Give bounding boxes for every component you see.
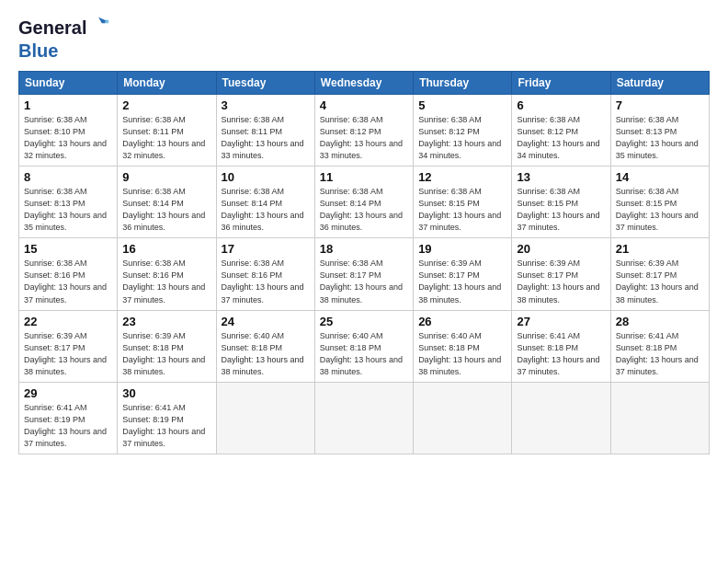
day-number: 12 (418, 170, 506, 184)
day-info: Sunrise: 6:38 AM Sunset: 8:12 PM Dayligh… (320, 115, 403, 160)
day-info: Sunrise: 6:39 AM Sunset: 8:18 PM Dayligh… (122, 331, 205, 376)
logo: GeneralBlue (18, 15, 112, 62)
day-info: Sunrise: 6:40 AM Sunset: 8:18 PM Dayligh… (418, 331, 501, 376)
day-info: Sunrise: 6:38 AM Sunset: 8:16 PM Dayligh… (122, 259, 205, 304)
calendar-header-row: SundayMondayTuesdayWednesdayThursdayFrid… (19, 72, 710, 95)
day-number: 15 (24, 242, 112, 256)
day-info: Sunrise: 6:38 AM Sunset: 8:16 PM Dayligh… (24, 259, 107, 304)
day-number: 9 (122, 170, 210, 184)
calendar-cell: 4Sunrise: 6:38 AM Sunset: 8:12 PM Daylig… (314, 95, 413, 167)
day-info: Sunrise: 6:38 AM Sunset: 8:11 PM Dayligh… (122, 115, 205, 160)
calendar-table: SundayMondayTuesdayWednesdayThursdayFrid… (18, 71, 710, 454)
day-info: Sunrise: 6:38 AM Sunset: 8:14 PM Dayligh… (122, 187, 205, 232)
calendar-cell: 8Sunrise: 6:38 AM Sunset: 8:13 PM Daylig… (19, 167, 118, 238)
day-info: Sunrise: 6:38 AM Sunset: 8:14 PM Dayligh… (320, 187, 403, 232)
calendar-cell: 16Sunrise: 6:38 AM Sunset: 8:16 PM Dayli… (118, 238, 216, 310)
calendar-cell: 22Sunrise: 6:39 AM Sunset: 8:17 PM Dayli… (19, 310, 118, 382)
day-number: 26 (418, 315, 506, 328)
calendar-cell: 12Sunrise: 6:38 AM Sunset: 8:15 PM Dayli… (414, 167, 512, 238)
calendar-cell: 14Sunrise: 6:38 AM Sunset: 8:15 PM Dayli… (610, 167, 709, 238)
day-info: Sunrise: 6:40 AM Sunset: 8:18 PM Dayligh… (222, 331, 304, 376)
calendar-header-tuesday: Tuesday (216, 72, 314, 95)
calendar-cell (414, 382, 512, 454)
day-info: Sunrise: 6:38 AM Sunset: 8:16 PM Dayligh… (222, 259, 304, 304)
calendar-cell (512, 382, 610, 454)
day-info: Sunrise: 6:39 AM Sunset: 8:17 PM Dayligh… (24, 331, 107, 376)
logo-general-text: General (18, 17, 86, 39)
day-info: Sunrise: 6:39 AM Sunset: 8:17 PM Dayligh… (616, 259, 699, 304)
day-number: 13 (517, 170, 605, 184)
calendar-cell: 11Sunrise: 6:38 AM Sunset: 8:14 PM Dayli… (314, 167, 413, 238)
day-number: 18 (320, 242, 408, 256)
day-info: Sunrise: 6:40 AM Sunset: 8:18 PM Dayligh… (320, 331, 403, 376)
page: GeneralBlue SundayMondayTuesdayWednesday… (0, 0, 728, 563)
day-info: Sunrise: 6:38 AM Sunset: 8:15 PM Dayligh… (616, 187, 699, 232)
day-info: Sunrise: 6:38 AM Sunset: 8:13 PM Dayligh… (616, 115, 699, 160)
day-info: Sunrise: 6:38 AM Sunset: 8:14 PM Dayligh… (222, 187, 304, 232)
day-number: 27 (517, 315, 605, 328)
day-number: 5 (418, 98, 506, 112)
calendar-cell: 7Sunrise: 6:38 AM Sunset: 8:13 PM Daylig… (610, 95, 709, 167)
calendar-week-2: 8Sunrise: 6:38 AM Sunset: 8:13 PM Daylig… (19, 167, 710, 238)
day-number: 23 (122, 315, 210, 328)
day-number: 2 (122, 98, 210, 112)
day-number: 16 (122, 242, 210, 256)
calendar-cell: 1Sunrise: 6:38 AM Sunset: 8:10 PM Daylig… (19, 95, 118, 167)
calendar-cell: 9Sunrise: 6:38 AM Sunset: 8:14 PM Daylig… (118, 167, 216, 238)
header: GeneralBlue (18, 15, 710, 62)
day-info: Sunrise: 6:38 AM Sunset: 8:12 PM Dayligh… (517, 115, 599, 160)
day-info: Sunrise: 6:41 AM Sunset: 8:18 PM Dayligh… (517, 331, 599, 376)
calendar-cell: 2Sunrise: 6:38 AM Sunset: 8:11 PM Daylig… (118, 95, 216, 167)
calendar-header-friday: Friday (512, 72, 610, 95)
calendar-cell: 10Sunrise: 6:38 AM Sunset: 8:14 PM Dayli… (216, 167, 314, 238)
day-info: Sunrise: 6:38 AM Sunset: 8:11 PM Dayligh… (222, 115, 304, 160)
calendar-header-sunday: Sunday (19, 72, 118, 95)
calendar-week-5: 29Sunrise: 6:41 AM Sunset: 8:19 PM Dayli… (19, 382, 710, 454)
day-number: 4 (320, 98, 408, 112)
calendar-week-3: 15Sunrise: 6:38 AM Sunset: 8:16 PM Dayli… (19, 238, 710, 310)
calendar-cell: 15Sunrise: 6:38 AM Sunset: 8:16 PM Dayli… (19, 238, 118, 310)
calendar-cell (610, 382, 709, 454)
calendar-cell: 23Sunrise: 6:39 AM Sunset: 8:18 PM Dayli… (118, 310, 216, 382)
day-number: 7 (616, 98, 704, 112)
calendar-cell (314, 382, 413, 454)
calendar-cell: 3Sunrise: 6:38 AM Sunset: 8:11 PM Daylig… (216, 95, 314, 167)
calendar-cell: 6Sunrise: 6:38 AM Sunset: 8:12 PM Daylig… (512, 95, 610, 167)
logo-bird-icon (86, 15, 112, 40)
calendar-header-thursday: Thursday (414, 72, 512, 95)
logo-blue-text: Blue (18, 40, 58, 62)
calendar-week-1: 1Sunrise: 6:38 AM Sunset: 8:10 PM Daylig… (19, 95, 710, 167)
calendar-cell (216, 382, 314, 454)
calendar-week-4: 22Sunrise: 6:39 AM Sunset: 8:17 PM Dayli… (19, 310, 710, 382)
calendar-cell: 27Sunrise: 6:41 AM Sunset: 8:18 PM Dayli… (512, 310, 610, 382)
day-info: Sunrise: 6:38 AM Sunset: 8:10 PM Dayligh… (24, 115, 107, 160)
day-number: 28 (616, 315, 704, 328)
day-number: 22 (24, 315, 112, 328)
day-info: Sunrise: 6:39 AM Sunset: 8:17 PM Dayligh… (418, 259, 501, 304)
calendar-cell: 28Sunrise: 6:41 AM Sunset: 8:18 PM Dayli… (610, 310, 709, 382)
calendar-header-wednesday: Wednesday (314, 72, 413, 95)
day-info: Sunrise: 6:41 AM Sunset: 8:19 PM Dayligh… (122, 403, 205, 448)
calendar-cell: 24Sunrise: 6:40 AM Sunset: 8:18 PM Dayli… (216, 310, 314, 382)
calendar-cell: 20Sunrise: 6:39 AM Sunset: 8:17 PM Dayli… (512, 238, 610, 310)
calendar-cell: 29Sunrise: 6:41 AM Sunset: 8:19 PM Dayli… (19, 382, 118, 454)
day-number: 8 (24, 170, 112, 184)
day-number: 30 (122, 386, 210, 400)
calendar-cell: 5Sunrise: 6:38 AM Sunset: 8:12 PM Daylig… (414, 95, 512, 167)
day-info: Sunrise: 6:38 AM Sunset: 8:12 PM Dayligh… (418, 115, 501, 160)
calendar-cell: 19Sunrise: 6:39 AM Sunset: 8:17 PM Dayli… (414, 238, 512, 310)
day-number: 1 (24, 98, 112, 112)
day-number: 21 (616, 242, 704, 256)
calendar-cell: 26Sunrise: 6:40 AM Sunset: 8:18 PM Dayli… (414, 310, 512, 382)
calendar-cell: 18Sunrise: 6:38 AM Sunset: 8:17 PM Dayli… (314, 238, 413, 310)
calendar-header-monday: Monday (118, 72, 216, 95)
day-info: Sunrise: 6:38 AM Sunset: 8:13 PM Dayligh… (24, 187, 107, 232)
day-number: 10 (222, 170, 310, 184)
day-info: Sunrise: 6:38 AM Sunset: 8:17 PM Dayligh… (320, 259, 403, 304)
day-number: 14 (616, 170, 704, 184)
day-number: 24 (222, 315, 310, 328)
day-number: 6 (517, 98, 605, 112)
calendar-cell: 21Sunrise: 6:39 AM Sunset: 8:17 PM Dayli… (610, 238, 709, 310)
day-number: 29 (24, 386, 112, 400)
calendar-header-saturday: Saturday (610, 72, 709, 95)
